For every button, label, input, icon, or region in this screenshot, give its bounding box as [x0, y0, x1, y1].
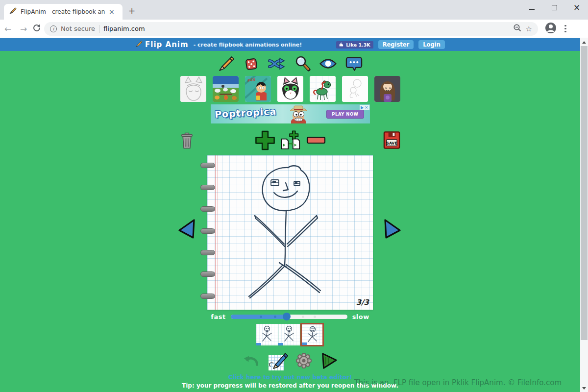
- watermark-text: This is an .FLP file open in Pklik FlipA…: [354, 378, 562, 387]
- security-label: Not secure: [61, 25, 95, 32]
- adchoices-icon[interactable]: [361, 106, 364, 110]
- fast-label: fast: [211, 313, 225, 320]
- remove-frame-button[interactable]: [306, 134, 326, 148]
- save-label: SAVE: [386, 141, 397, 146]
- browser-menu-icon[interactable]: [564, 25, 566, 33]
- like-label: Like 1.3K: [346, 42, 370, 48]
- draw-mode-icon[interactable]: [267, 350, 288, 373]
- frame-toolbar: SAVE: [179, 130, 401, 152]
- page-indicator: 3/3: [356, 298, 369, 307]
- gallery-thumb-outdoor-scene[interactable]: [213, 76, 239, 102]
- slider-thumb[interactable]: [283, 313, 291, 320]
- browser-titlebar: FlipAnim - create flipbook anima × + ×: [0, 0, 588, 20]
- back-button[interactable]: ←: [0, 24, 16, 34]
- spiral-ring: [200, 206, 215, 212]
- undo-icon[interactable]: [243, 353, 259, 370]
- delete-animation-trash-icon[interactable]: [179, 131, 195, 152]
- bottom-toolbar: [0, 351, 580, 372]
- site-tagline: - create flipbook animations online!: [194, 42, 302, 48]
- shuffle-icon[interactable]: [268, 57, 286, 73]
- register-button[interactable]: Register: [378, 40, 414, 49]
- browser-addressbar: ← → i Not secure flipanim.com ☆: [0, 20, 588, 38]
- spiral-ring: [200, 163, 215, 168]
- page-scrollbar[interactable]: [580, 38, 588, 392]
- speed-slider[interactable]: [231, 315, 347, 319]
- reload-button[interactable]: [32, 24, 41, 34]
- slider-tick: [314, 316, 316, 318]
- top-toolbar: [0, 51, 580, 74]
- info-icon[interactable]: i: [50, 25, 57, 32]
- spiral-ring: [200, 250, 215, 255]
- next-frame-arrow[interactable]: [383, 218, 402, 242]
- minimize-icon: [529, 9, 535, 10]
- browser-tab[interactable]: FlipAnim - create flipbook anima ×: [4, 4, 122, 20]
- slider-fill: [231, 315, 287, 319]
- gallery-thumb-girl-portrait[interactable]: [374, 76, 400, 102]
- animation-canvas-wrap: 3/3: [207, 155, 373, 310]
- dice-random-icon[interactable]: [243, 56, 259, 74]
- tab-close-icon[interactable]: ×: [109, 8, 115, 16]
- spiral-ring: [200, 185, 215, 190]
- frame-thumbnail-1[interactable]: [256, 324, 278, 345]
- previous-frame-arrow[interactable]: [177, 218, 196, 242]
- ad-brand-text: Poptropica: [214, 106, 276, 120]
- ad-character: [288, 105, 309, 123]
- scrollbar-thumb[interactable]: [581, 46, 588, 340]
- profile-avatar[interactable]: [545, 22, 557, 36]
- minimize-button[interactable]: [520, 0, 543, 15]
- frame-duration-tab: [302, 343, 307, 345]
- flipanim-app: #48 Poptrop: [0, 51, 580, 392]
- ad-close-icon[interactable]: ×: [365, 105, 368, 110]
- frame-thumbnail-2[interactable]: [278, 324, 300, 345]
- forward-button[interactable]: →: [16, 24, 31, 34]
- slow-label: slow: [352, 313, 369, 320]
- facebook-like-button[interactable]: Like 1.3K: [336, 41, 373, 49]
- tab-title: FlipAnim - create flipbook anima: [21, 8, 105, 15]
- url-omnibox[interactable]: i Not secure flipanim.com ☆: [44, 22, 538, 36]
- spiral-ring: [200, 271, 215, 277]
- gallery-thumb-faint-sketch[interactable]: [342, 76, 368, 102]
- slider-tick: [274, 316, 276, 318]
- thumb-up-icon: [339, 42, 344, 47]
- omnibox-separator: [99, 25, 99, 33]
- scrollbar-up-arrow[interactable]: [580, 38, 588, 46]
- ad-corner-controls: ×: [360, 105, 369, 110]
- featured-animations-gallery: #48: [0, 76, 580, 102]
- frame-thumbnail-3-selected[interactable]: [300, 323, 324, 346]
- logo-text: Flip Anim: [145, 40, 189, 49]
- ad-play-now-button[interactable]: PLAY NOW: [326, 110, 364, 119]
- frame-duration-tab: [278, 343, 283, 345]
- site-logo: Flip Anim: [135, 40, 189, 49]
- stick-figure-drawing: [207, 155, 373, 310]
- slider-tick: [302, 316, 304, 318]
- ad-banner[interactable]: Poptropica PLAY NOW ×: [211, 104, 370, 123]
- add-frame-button[interactable]: [254, 129, 276, 153]
- new-tab-button[interactable]: +: [128, 6, 135, 16]
- zoom-out-icon[interactable]: [513, 24, 522, 34]
- browser-window: FlipAnim - create flipbook anima × + × ←…: [0, 0, 588, 392]
- close-window-button[interactable]: ×: [565, 0, 588, 15]
- login-button[interactable]: Login: [418, 40, 445, 49]
- gallery-thumb-boy-with-cup[interactable]: #48: [245, 76, 271, 102]
- drawing-canvas[interactable]: 3/3: [207, 155, 373, 310]
- site-header: Flip Anim - create flipbook animations o…: [0, 38, 580, 51]
- save-button[interactable]: SAVE: [383, 130, 401, 152]
- spiral-ring: [200, 294, 215, 299]
- settings-gear-icon[interactable]: [295, 352, 312, 371]
- search-magnifier-icon[interactable]: [294, 55, 311, 74]
- comments-icon[interactable]: [345, 56, 363, 74]
- gallery-thumb-sketch-portrait[interactable]: [180, 76, 206, 102]
- scrollbar-down-arrow[interactable]: [580, 384, 588, 392]
- bookmark-star-icon[interactable]: ☆: [526, 24, 532, 33]
- speed-slider-row: fast slow: [0, 313, 580, 320]
- pencil-tool-icon[interactable]: [218, 55, 235, 74]
- preview-eye-icon[interactable]: [319, 57, 337, 72]
- logo-pencil-icon: [135, 40, 143, 49]
- url-text[interactable]: flipanim.com: [103, 25, 145, 32]
- duplicate-frame-button[interactable]: [280, 129, 302, 153]
- gallery-thumb-green-pony[interactable]: [310, 76, 336, 102]
- window-controls: ×: [520, 0, 588, 16]
- play-icon[interactable]: [319, 351, 338, 372]
- maximize-button[interactable]: [543, 0, 565, 15]
- gallery-thumb-cat[interactable]: [277, 76, 303, 102]
